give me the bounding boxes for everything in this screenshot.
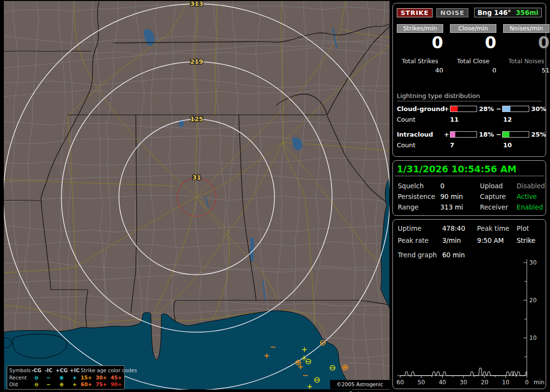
trend-x-tick: 10 (502, 379, 509, 386)
cg-negative-pct: 30% (529, 105, 546, 112)
datetime-display: 1/31/2026 10:54:56 AM (397, 164, 542, 174)
map-symbol-legend: Symbols-CG-IC+CG+ICStrike age color code… (7, 365, 125, 390)
legend-age-code: 15+ (81, 374, 96, 381)
trend-x-tick: 60 (396, 379, 404, 386)
total-strikes-label: Total Strikes (397, 57, 443, 65)
cg-negative-bar (502, 106, 529, 112)
squelch-value: 0 (440, 182, 480, 190)
status-panel: 1/31/2026 10:54:56 AM Squelch 0 Upload D… (392, 160, 546, 216)
ic-positive-bar (450, 131, 477, 138)
receiver-label: Receiver (480, 203, 517, 211)
plus-sign: + (443, 131, 450, 138)
range-ring-label: 125 (190, 115, 203, 123)
peak-rate-label: Peak rate (398, 237, 442, 244)
trend-x-axis-unit: min (534, 379, 545, 386)
counter-panel: STRIKE NOISE Bng 146° 356mi Strikes/min … (392, 3, 546, 157)
legend-strike-symbol: + (69, 381, 81, 388)
legend-strike-symbol: − (43, 374, 55, 381)
squelch-label: Squelch (398, 182, 440, 190)
upload-label: Upload (480, 182, 517, 190)
strike-toggle-button[interactable]: STRIKE (397, 8, 433, 17)
legend-strike-symbol: ⊖ (30, 381, 43, 388)
uptime-label: Uptime (398, 224, 442, 232)
trend-y-tick: 20 (529, 297, 536, 304)
ic-negative-count: 10 (503, 141, 550, 149)
receiver-status: Enabled (517, 203, 549, 211)
range-ring-label: 219 (190, 58, 203, 65)
peak-time-label: Peak time (477, 224, 517, 232)
legend-strike-symbol: + (69, 374, 81, 381)
persistence-value: 90 min (440, 193, 480, 200)
legend-row-label: Old (9, 381, 30, 388)
close-per-min-header: Close/min (450, 24, 496, 33)
ic-positive-count: 7 (450, 141, 503, 149)
plot-label: Plot (517, 224, 546, 232)
lightning-map[interactable]: 31321912531 (0, 0, 390, 392)
strikes-per-min-value: 0 (397, 34, 443, 51)
count-label: Count (397, 116, 450, 123)
legend-age-code: 75+ (96, 381, 111, 388)
distribution-title: Lightning type distribution (397, 92, 542, 101)
cg-positive-count: 11 (450, 116, 503, 123)
upload-status: Disabled (517, 182, 549, 190)
cg-negative-count: 12 (503, 116, 550, 123)
ic-negative-pct: 25% (529, 131, 546, 138)
legend-age-title: Strike age color codes (81, 367, 123, 374)
legend-strike-symbol: ⊖ (30, 374, 43, 381)
range-label: Range (398, 203, 440, 211)
trend-x-tick: 50 (418, 379, 425, 386)
uptime-value: 478:40 (442, 224, 477, 232)
strikes-per-min-header: Strikes/min (397, 24, 443, 33)
legend-age-code: 45+ (111, 374, 123, 381)
capture-label: Capture (480, 193, 517, 200)
total-close-value: 0 (450, 67, 496, 74)
minus-sign: − (495, 131, 502, 138)
copyright-label: ©2005 Astrogenic Systems (330, 380, 390, 389)
trend-x-tick: 0 (525, 379, 529, 386)
legend-age-code: 60+ (81, 381, 96, 388)
intracloud-label: Intracloud (397, 131, 443, 138)
legend-strike-symbol: ⊕ (55, 381, 69, 388)
total-noises-value: 51 (503, 67, 550, 74)
strike-circle-plus (343, 365, 347, 370)
minus-sign: − (495, 105, 502, 112)
legend-age-code: 30+ (96, 374, 111, 381)
cloud-ground-label: Cloud-ground (397, 105, 443, 112)
legend-row-label: Recent (9, 374, 30, 381)
trend-x-tick: 30 (460, 379, 467, 386)
noises-per-min-header: Noises/min (503, 24, 550, 33)
close-per-min-value: 0 (450, 34, 496, 51)
legend-strike-symbol: ⊕ (55, 374, 69, 381)
peak-rate-value: 3/min (442, 237, 477, 244)
ic-negative-bar (502, 131, 529, 138)
range-ring-label: 31 (192, 174, 201, 181)
trend-panel: Uptime 478:40 Peak time Plot Peak rate 3… (392, 219, 546, 389)
noises-per-min-value: 0 (503, 34, 550, 51)
strike-trend-chart: 1020300102030405060min (393, 249, 546, 389)
peak-time-value: 9:50 AM (477, 237, 517, 244)
total-strikes-value: 40 (397, 67, 443, 74)
strike-circle-plus (296, 360, 301, 365)
range-ring-label: 313 (190, 0, 203, 7)
plot-mode-value: Strike (517, 237, 546, 244)
cg-positive-pct: 28% (477, 105, 495, 112)
capture-status: Active (517, 193, 549, 200)
legend-age-code: 90+ (111, 381, 123, 388)
cg-positive-bar (450, 106, 477, 112)
bearing-range-value: 356mi (516, 9, 538, 16)
trend-x-tick: 20 (481, 379, 488, 386)
trend-y-tick: 30 (529, 259, 536, 266)
trend-series-line (400, 368, 527, 376)
bearing-value: Bng 146° (478, 9, 511, 16)
legend-strike-symbol: − (43, 381, 55, 388)
noise-toggle-button[interactable]: NOISE (436, 8, 468, 17)
ic-positive-pct: 18% (477, 131, 495, 138)
total-close-label: Total Close (450, 57, 496, 65)
trend-y-tick: 10 (529, 335, 536, 341)
legend-header: +CG (55, 367, 69, 374)
plus-sign: + (443, 105, 450, 112)
total-noises-label: Total Noises (503, 57, 550, 65)
bearing-readout: Bng 146° 356mi (474, 8, 542, 17)
trend-x-tick: 40 (439, 379, 446, 386)
app-window: { "app": {"copyright": "©2005 Astrogenic… (0, 0, 550, 392)
